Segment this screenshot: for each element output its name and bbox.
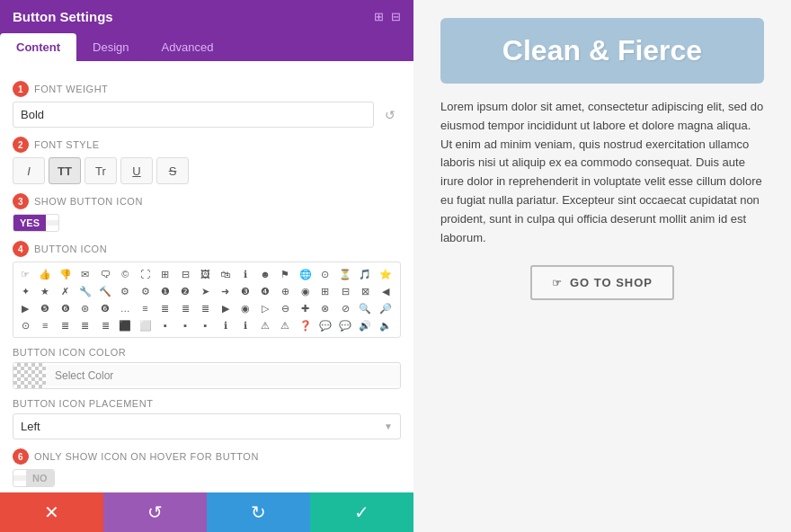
- icon-cell-35[interactable]: ⊟: [337, 283, 353, 299]
- tab-advanced[interactable]: Advanced: [146, 33, 230, 61]
- icon-cell-24[interactable]: ⚙: [117, 283, 133, 299]
- icon-cell-52[interactable]: ✚: [298, 300, 314, 316]
- icon-cell-47[interactable]: ≣: [197, 300, 213, 316]
- icon-cell-30[interactable]: ❸: [237, 283, 253, 299]
- italic-btn[interactable]: I: [13, 157, 45, 184]
- icon-cell-6[interactable]: ⛶: [138, 266, 154, 282]
- icon-cell-20[interactable]: ★: [37, 283, 53, 299]
- icon-cell-21[interactable]: ✗: [58, 283, 74, 299]
- capitalize-btn[interactable]: Tr: [84, 157, 117, 184]
- icon-cell-0[interactable]: ☞: [17, 266, 33, 282]
- save-button[interactable]: ✓: [310, 492, 413, 532]
- icon-cell-70[interactable]: ⚠: [277, 317, 293, 333]
- icon-cell-16[interactable]: ⏳: [337, 266, 353, 282]
- icon-cell-71[interactable]: ❓: [298, 317, 314, 333]
- icon-cell-44[interactable]: ≡: [138, 300, 154, 316]
- preview-button-container: ☞ GO TO SHOP: [440, 265, 764, 300]
- icon-cell-42[interactable]: ❻: [97, 300, 113, 316]
- icon-cell-9[interactable]: 🖼: [197, 266, 213, 282]
- icon-cell-48[interactable]: ▶: [218, 300, 234, 316]
- icon-cell-64[interactable]: ▪: [157, 317, 173, 333]
- cancel-button[interactable]: ✕: [0, 492, 103, 532]
- icon-cell-49[interactable]: ◉: [237, 300, 253, 316]
- icon-cell-45[interactable]: ≣: [157, 300, 173, 316]
- icon-cell-28[interactable]: ➤: [197, 283, 213, 299]
- icon-cell-23[interactable]: 🔨: [97, 283, 113, 299]
- collapse-icon[interactable]: ⊟: [391, 10, 401, 23]
- icon-cell-58[interactable]: ≡: [37, 317, 53, 333]
- icon-cell-69[interactable]: ⚠: [257, 317, 273, 333]
- icon-cell-22[interactable]: 🔧: [77, 283, 93, 299]
- show-icon-toggle-row: YES: [13, 214, 401, 232]
- icon-cell-66[interactable]: ▪: [197, 317, 213, 333]
- hover-icon-label: Only Show Icon On Hover for Button: [34, 451, 259, 462]
- icon-placement-dropdown[interactable]: Left ▼: [13, 413, 401, 439]
- icon-cell-26[interactable]: ❶: [157, 283, 173, 299]
- icon-cell-56[interactable]: 🔎: [378, 300, 394, 316]
- icon-cell-7[interactable]: ⊞: [157, 266, 173, 282]
- preview-go-to-shop-button[interactable]: ☞ GO TO SHOP: [530, 265, 674, 300]
- icon-cell-15[interactable]: ⊙: [317, 266, 333, 282]
- icon-cell-55[interactable]: 🔍: [357, 300, 373, 316]
- icon-cell-75[interactable]: 🔈: [378, 317, 394, 333]
- icon-cell-19[interactable]: ✦: [17, 283, 33, 299]
- icon-cell-10[interactable]: 🛍: [218, 266, 234, 282]
- icon-cell-14[interactable]: 🌐: [298, 266, 314, 282]
- icon-cell-63[interactable]: ⬜: [138, 317, 154, 333]
- icon-cell-1[interactable]: 👍: [37, 266, 53, 282]
- icon-cell-37[interactable]: ◀: [378, 283, 394, 299]
- show-icon-toggle[interactable]: YES: [13, 214, 59, 232]
- icon-cell-43[interactable]: …: [117, 300, 133, 316]
- icon-cell-8[interactable]: ⊟: [177, 266, 193, 282]
- icon-cell-54[interactable]: ⊘: [337, 300, 353, 316]
- icon-cell-5[interactable]: ©: [117, 266, 133, 282]
- icon-cell-11[interactable]: ℹ: [237, 266, 253, 282]
- underline-btn[interactable]: U: [120, 157, 153, 184]
- font-weight-reset[interactable]: ↺: [379, 104, 401, 126]
- icon-cell-46[interactable]: ≣: [177, 300, 193, 316]
- icon-cell-29[interactable]: ➜: [218, 283, 234, 299]
- icon-cell-62[interactable]: ⬛: [117, 317, 133, 333]
- icon-cell-74[interactable]: 🔊: [357, 317, 373, 333]
- icon-cell-25[interactable]: ⚙: [138, 283, 154, 299]
- icon-cell-32[interactable]: ⊕: [277, 283, 293, 299]
- icon-cell-68[interactable]: ℹ: [237, 317, 253, 333]
- strikethrough-btn[interactable]: S: [156, 157, 189, 184]
- icon-cell-67[interactable]: ℹ: [218, 317, 234, 333]
- icon-cell-34[interactable]: ⊞: [317, 283, 333, 299]
- icon-cell-38[interactable]: ▶: [17, 300, 33, 316]
- icon-cell-3[interactable]: ✉: [77, 266, 93, 282]
- icon-cell-2[interactable]: 👎: [58, 266, 74, 282]
- icon-cell-60[interactable]: ≣: [77, 317, 93, 333]
- redo-button[interactable]: ↻: [207, 492, 310, 532]
- icon-cell-12[interactable]: ☻: [257, 266, 273, 282]
- icon-cell-57[interactable]: ⊙: [17, 317, 33, 333]
- uppercase-btn[interactable]: TT: [49, 157, 81, 184]
- icon-cell-41[interactable]: ⊛: [77, 300, 93, 316]
- icon-cell-39[interactable]: ❺: [37, 300, 53, 316]
- icon-cell-33[interactable]: ◉: [298, 283, 314, 299]
- expand-icon[interactable]: ⊞: [374, 10, 384, 23]
- color-picker-row[interactable]: Select Color: [13, 362, 401, 389]
- tab-design[interactable]: Design: [76, 33, 145, 61]
- icon-cell-4[interactable]: 🗨: [97, 266, 113, 282]
- icon-cell-36[interactable]: ⊠: [357, 283, 373, 299]
- icon-cell-13[interactable]: ⚑: [277, 266, 293, 282]
- icon-cell-27[interactable]: ❷: [177, 283, 193, 299]
- icon-cell-31[interactable]: ❹: [257, 283, 273, 299]
- icon-cell-59[interactable]: ≣: [58, 317, 74, 333]
- icon-cell-50[interactable]: ▷: [257, 300, 273, 316]
- icon-cell-53[interactable]: ⊗: [317, 300, 333, 316]
- icon-cell-72[interactable]: 💬: [317, 317, 333, 333]
- icon-cell-65[interactable]: ▪: [177, 317, 193, 333]
- hover-icon-toggle[interactable]: NO: [13, 469, 55, 487]
- font-weight-select[interactable]: Bold Normal Light 100 200 300 400 500 60…: [13, 102, 374, 128]
- icon-cell-51[interactable]: ⊖: [277, 300, 293, 316]
- tab-content[interactable]: Content: [0, 33, 76, 61]
- icon-cell-18[interactable]: ⭐: [378, 266, 394, 282]
- icon-cell-40[interactable]: ❻: [58, 300, 74, 316]
- icon-cell-73[interactable]: 💬: [337, 317, 353, 333]
- icon-cell-17[interactable]: 🎵: [357, 266, 373, 282]
- undo-button[interactable]: ↺: [103, 492, 207, 532]
- icon-cell-61[interactable]: ≣: [97, 317, 113, 333]
